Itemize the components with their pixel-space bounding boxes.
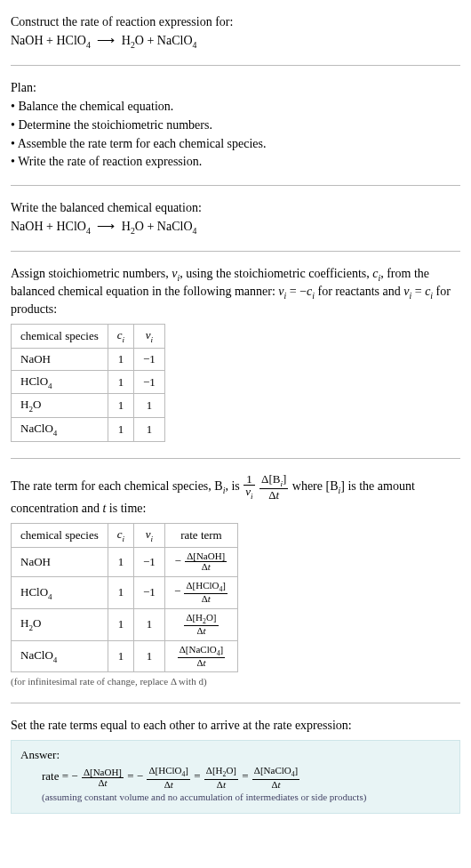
cell-ci: 1: [108, 640, 133, 672]
cell-species: NaClO4: [12, 417, 108, 441]
frac-one-over-vi: 1νi: [243, 473, 255, 502]
stoich-table: chemical species ci νi NaOH 1 −1 HClO4 1…: [11, 324, 165, 441]
cell-species: NaOH: [12, 547, 108, 576]
balanced-heading: Write the balanced chemical equation:: [11, 200, 460, 217]
rateterm-table: chemical species ci νi rate term NaOH 1 …: [11, 523, 238, 672]
final-section: Set the rate terms equal to each other t…: [11, 712, 460, 817]
table-row: HClO4 1 −1 − Δ[HClO4]Δt: [12, 576, 238, 608]
rateterm-intro: The rate term for each chemical species,…: [11, 473, 460, 518]
cell-ci: 1: [108, 547, 133, 576]
cell-vi: 1: [134, 417, 165, 441]
plan-item-text: Determine the stoichiometric numbers.: [18, 118, 212, 132]
cell-vi: 1: [134, 640, 165, 672]
table-row: NaClO4 1 1: [12, 417, 165, 441]
plan-item: • Assemble the rate term for each chemic…: [11, 136, 460, 153]
rateterm-section: The rate term for each chemical species,…: [11, 468, 460, 695]
divider: [11, 185, 460, 186]
col-header-vi: νi: [134, 325, 165, 349]
cell-vi: −1: [134, 348, 165, 370]
plan-item-text: Balance the chemical equation.: [18, 100, 173, 113]
balanced-section: Write the balanced chemical equation: Na…: [11, 195, 460, 242]
cell-species: NaOH: [12, 348, 108, 370]
divider: [11, 65, 460, 66]
col-header-species: chemical species: [12, 524, 108, 548]
table-row: HClO4 1 −1: [12, 370, 165, 394]
cell-ci: 1: [108, 348, 133, 370]
answer-note: (assuming constant volume and no accumul…: [42, 792, 451, 802]
table-header-row: chemical species ci νi: [12, 325, 165, 349]
table-row: NaClO4 1 1 Δ[NaClO4]Δt: [12, 640, 238, 672]
col-header-species: chemical species: [12, 325, 108, 349]
problem-equation: NaOH + HClO4 ⟶ H2O + NaClO4: [11, 33, 460, 51]
plan-heading: Plan:: [11, 80, 460, 97]
cell-species: HClO4: [12, 576, 108, 608]
cell-species: HClO4: [12, 370, 108, 394]
problem-statement: Construct the rate of reaction expressio…: [11, 9, 460, 56]
table-row: NaOH 1 −1 − Δ[NaOH]Δt: [12, 547, 238, 576]
cell-vi: −1: [134, 370, 165, 394]
rateterm-caption: (for infinitesimal rate of change, repla…: [11, 676, 460, 687]
divider: [11, 703, 460, 703]
cell-ci: 1: [108, 370, 133, 394]
table-row: H2O 1 1 Δ[H2O]Δt: [12, 608, 238, 640]
answer-box: Answer: rate = − Δ[NaOH]Δt = − Δ[HClO4]Δ…: [11, 740, 460, 814]
col-header-rate: rate term: [164, 524, 237, 548]
col-header-vi: νi: [134, 524, 165, 548]
divider: [11, 251, 460, 252]
cell-ci: 1: [108, 417, 133, 441]
cell-rate: Δ[NaClO4]Δt: [164, 640, 237, 672]
cell-ci: 1: [108, 576, 133, 608]
cell-rate: − Δ[NaOH]Δt: [164, 547, 237, 576]
cell-ci: 1: [108, 608, 133, 640]
table-row: NaOH 1 −1: [12, 348, 165, 370]
cell-rate: Δ[H2O]Δt: [164, 608, 237, 640]
rateterm-formula: 1νi Δ[Bi]Δt: [243, 479, 292, 493]
plan-item: • Write the rate of reaction expression.: [11, 154, 460, 171]
cell-species: NaClO4: [12, 640, 108, 672]
col-header-ci: ci: [108, 325, 133, 349]
table-header-row: chemical species ci νi rate term: [12, 524, 238, 548]
cell-vi: 1: [134, 394, 165, 418]
cell-vi: 1: [134, 608, 165, 640]
col-header-ci: ci: [108, 524, 133, 548]
answer-label: Answer:: [20, 748, 451, 762]
plan-section: Plan: • Balance the chemical equation. •…: [11, 75, 460, 176]
answer-expression: rate = − Δ[NaOH]Δt = − Δ[HClO4]Δt = Δ[H2…: [42, 766, 451, 790]
plan-item: • Determine the stoichiometric numbers.: [11, 117, 460, 134]
table-row: H2O 1 1: [12, 394, 165, 418]
stoich-section: Assign stoichiometric numbers, νi, using…: [11, 261, 460, 448]
plan-item-text: Write the rate of reaction expression.: [18, 155, 202, 168]
balanced-equation: NaOH + HClO4 ⟶ H2O + NaClO4: [11, 219, 460, 237]
final-heading: Set the rate terms equal to each other t…: [11, 718, 460, 735]
rateterm-intro-pre: The rate term for each chemical species,…: [11, 479, 243, 493]
cell-vi: −1: [134, 576, 165, 608]
cell-species: H2O: [12, 394, 108, 418]
cell-vi: −1: [134, 547, 165, 576]
plan-item: • Balance the chemical equation.: [11, 99, 460, 116]
problem-title: Construct the rate of reaction expressio…: [11, 14, 460, 31]
cell-rate: − Δ[HClO4]Δt: [164, 576, 237, 608]
plan-item-text: Assemble the rate term for each chemical…: [18, 137, 267, 150]
divider: [11, 458, 460, 459]
cell-ci: 1: [108, 394, 133, 418]
stoich-intro: Assign stoichiometric numbers, νi, using…: [11, 266, 460, 318]
cell-species: H2O: [12, 608, 108, 640]
frac-dBi-dt: Δ[Bi]Δt: [259, 473, 289, 502]
